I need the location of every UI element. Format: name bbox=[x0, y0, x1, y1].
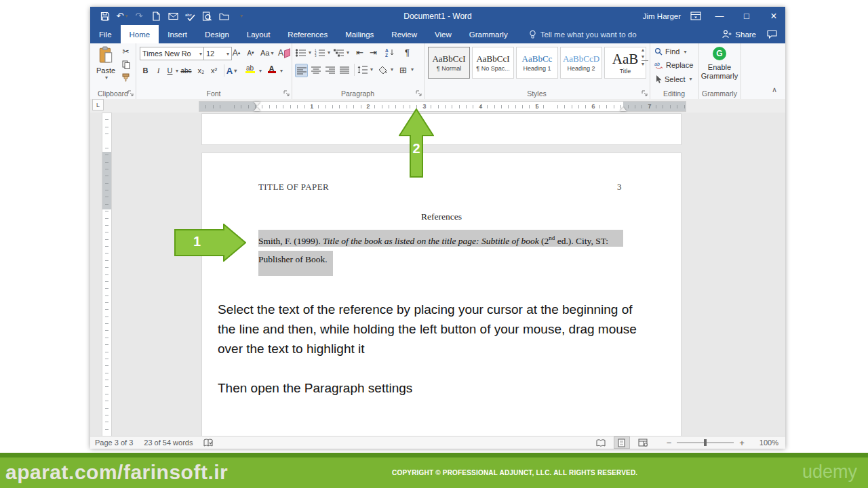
align-center-button[interactable] bbox=[310, 64, 321, 76]
tab-layout[interactable]: Layout bbox=[238, 25, 279, 43]
undo-icon[interactable]: ↶▾ bbox=[117, 11, 127, 22]
font-name-combo[interactable]: Times New Ro▾ bbox=[140, 47, 205, 60]
minimize-button[interactable]: — bbox=[711, 9, 728, 24]
numbered-list-icon[interactable]: 123 bbox=[314, 47, 326, 59]
zoom-out-button[interactable]: − bbox=[667, 438, 672, 448]
bold-button[interactable]: B bbox=[140, 64, 151, 77]
align-right-button[interactable] bbox=[324, 64, 336, 76]
text-highlight-button[interactable]: ab bbox=[244, 63, 256, 75]
tab-home[interactable]: Home bbox=[121, 25, 159, 43]
save-icon[interactable] bbox=[100, 11, 111, 22]
first-line-indent-marker[interactable] bbox=[254, 102, 260, 106]
right-indent-marker[interactable] bbox=[620, 107, 627, 111]
numbering-dropdown-icon[interactable]: ▾ bbox=[328, 49, 330, 56]
tab-mailings[interactable]: Mailings bbox=[336, 25, 382, 43]
italic-button[interactable]: I bbox=[153, 64, 164, 77]
styles-scroll-down-icon[interactable]: ▾ bbox=[642, 54, 648, 60]
find-button[interactable]: Find▾ bbox=[654, 47, 686, 56]
paste-button[interactable]: Paste ▾ bbox=[94, 46, 117, 81]
tab-file[interactable]: File bbox=[90, 25, 121, 43]
borders-dropdown-icon[interactable]: ▾ bbox=[411, 66, 414, 73]
shrink-font-button[interactable]: A▾ bbox=[245, 47, 256, 59]
subscript-button[interactable]: x₂ bbox=[195, 64, 207, 77]
style-no-spacing[interactable]: AaBbCcI ¶ No Spac... bbox=[472, 47, 514, 79]
grow-font-button[interactable]: A▴ bbox=[231, 47, 242, 59]
highlight-dropdown-icon[interactable]: ▾ bbox=[259, 68, 262, 74]
clear-formatting-button[interactable]: A bbox=[278, 47, 290, 59]
format-painter-icon[interactable] bbox=[120, 71, 132, 83]
cut-icon[interactable]: ✂ bbox=[120, 45, 132, 58]
hanging-indent-marker[interactable] bbox=[254, 107, 260, 111]
zoom-in-button[interactable]: + bbox=[739, 438, 745, 448]
replace-button[interactable]: ab Replace bbox=[654, 61, 693, 69]
tab-insert[interactable]: Insert bbox=[159, 25, 196, 43]
tab-design[interactable]: Design bbox=[196, 25, 238, 43]
paragraph-dialog-launcher-icon[interactable] bbox=[416, 90, 422, 97]
font-size-combo[interactable]: 12▾ bbox=[203, 47, 232, 60]
styles-dialog-launcher-icon[interactable] bbox=[642, 90, 648, 97]
zoom-slider[interactable] bbox=[677, 442, 734, 443]
customize-qat-icon[interactable]: ▾ bbox=[235, 11, 246, 22]
page-2-bottom[interactable] bbox=[201, 113, 682, 145]
borders-icon[interactable]: ⊞ bbox=[397, 64, 409, 76]
proofing-icon[interactable] bbox=[203, 439, 214, 447]
collapse-ribbon-icon[interactable]: ∧ bbox=[772, 85, 777, 94]
user-name[interactable]: Jim Harger bbox=[643, 12, 681, 20]
bullet-dropdown-icon[interactable]: ▾ bbox=[309, 49, 311, 56]
maximize-button[interactable]: □ bbox=[738, 9, 755, 24]
change-case-button[interactable]: Aa▾ bbox=[260, 47, 273, 59]
tab-selector[interactable]: L bbox=[92, 99, 104, 110]
show-marks-button[interactable]: ¶ bbox=[401, 46, 413, 58]
justify-button[interactable] bbox=[338, 64, 350, 76]
font-dialog-launcher-icon[interactable] bbox=[283, 90, 290, 97]
zoom-slider-thumb[interactable] bbox=[704, 439, 707, 446]
text-effects-button[interactable]: A▾ bbox=[226, 64, 237, 77]
style-heading1[interactable]: AaBbCc Heading 1 bbox=[516, 47, 558, 79]
copy-icon[interactable] bbox=[120, 58, 132, 70]
tell-me-box[interactable]: Tell me what you want to do bbox=[529, 25, 637, 43]
select-button[interactable]: Select▾ bbox=[654, 75, 692, 83]
style-normal[interactable]: AaBbCcI ¶ Normal bbox=[428, 47, 470, 79]
print-preview-icon[interactable] bbox=[201, 11, 212, 22]
close-button[interactable]: × bbox=[765, 9, 783, 24]
enable-grammarly-button[interactable]: G Enable Grammarly bbox=[698, 47, 741, 81]
styles-scroll-up-icon[interactable]: ▴ bbox=[642, 47, 648, 53]
spelling-check-icon[interactable]: abc bbox=[184, 11, 195, 22]
line-spacing-dropdown-icon[interactable]: ▾ bbox=[370, 66, 373, 73]
horizontal-ruler[interactable]: 1 2 3 4 5 6 7 bbox=[199, 101, 686, 112]
comment-icon[interactable] bbox=[767, 30, 777, 39]
shading-icon[interactable] bbox=[377, 64, 389, 76]
tab-references[interactable]: References bbox=[279, 25, 336, 43]
tab-view[interactable]: View bbox=[426, 25, 460, 43]
font-color-button[interactable]: A bbox=[266, 63, 277, 75]
reference-line2[interactable]: Publisher of Book. bbox=[258, 251, 333, 276]
multilevel-list-icon[interactable] bbox=[333, 47, 344, 59]
font-color-dropdown-icon[interactable]: ▾ bbox=[280, 68, 283, 74]
print-layout-button[interactable] bbox=[614, 436, 630, 449]
page-indicator[interactable]: Page 3 of 3 bbox=[95, 439, 133, 447]
strikethrough-button[interactable]: abc bbox=[180, 64, 192, 77]
sort-icon[interactable]: AZ bbox=[384, 46, 396, 58]
style-heading2[interactable]: AaBbCcD Heading 2 bbox=[560, 47, 602, 79]
underline-dropdown-icon[interactable]: ▾ bbox=[176, 68, 178, 74]
increase-indent-icon[interactable]: ⇥ bbox=[368, 46, 379, 58]
styles-gallery-more-icon[interactable]: ▾ bbox=[642, 60, 648, 67]
superscript-button[interactable]: x² bbox=[208, 64, 220, 77]
shading-dropdown-icon[interactable]: ▾ bbox=[391, 66, 393, 73]
vertical-ruler[interactable] bbox=[102, 113, 112, 436]
share-button[interactable]: Share bbox=[722, 30, 756, 39]
zoom-level[interactable]: 100% bbox=[760, 439, 778, 447]
read-mode-button[interactable] bbox=[593, 437, 608, 448]
web-layout-button[interactable] bbox=[635, 437, 650, 448]
page-3[interactable]: TITLE OF PAPER 3 References Smith, F. (1… bbox=[201, 152, 682, 436]
style-title[interactable]: AaB Title bbox=[604, 47, 646, 79]
bullet-list-icon[interactable] bbox=[295, 47, 307, 59]
align-left-button[interactable] bbox=[295, 64, 308, 77]
open-folder-icon[interactable] bbox=[218, 11, 229, 22]
new-document-icon[interactable] bbox=[151, 11, 161, 22]
ribbon-display-options-icon[interactable] bbox=[690, 12, 701, 20]
underline-button[interactable]: U bbox=[164, 64, 176, 77]
decrease-indent-icon[interactable]: ⇤ bbox=[354, 46, 366, 58]
tab-grammarly[interactable]: Grammarly bbox=[460, 25, 517, 43]
clipboard-dialog-launcher-icon[interactable] bbox=[127, 90, 134, 97]
